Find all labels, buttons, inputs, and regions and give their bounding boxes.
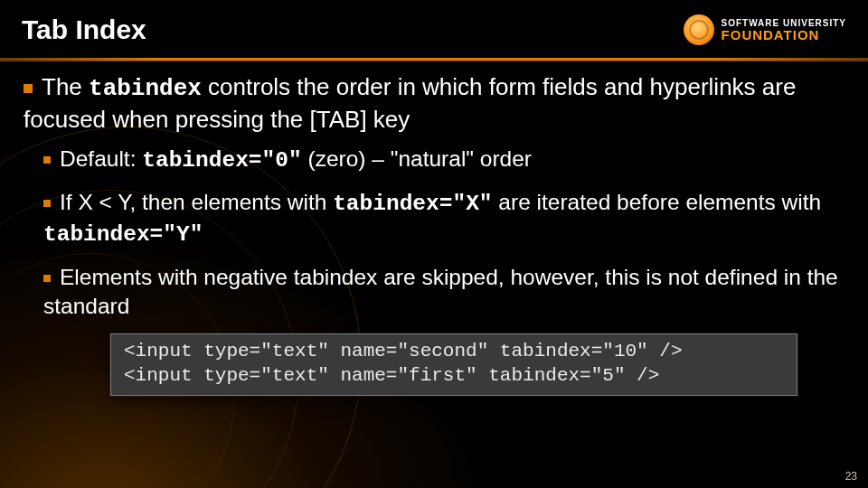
code-example: <input type="text" name="second" tabinde…: [110, 333, 797, 396]
page-number: 23: [845, 470, 857, 483]
sub-bullet-3: Elements with negative tabindex are skip…: [43, 263, 844, 322]
brand-logo: SOFTWARE UNIVERSITY FOUNDATION: [684, 14, 846, 45]
slide-header: Tab Index SOFTWARE UNIVERSITY FOUNDATION: [0, 0, 868, 52]
brand-text: SOFTWARE UNIVERSITY FOUNDATION: [722, 19, 846, 42]
sub-bullet-1: Default: tabindex="0" (zero) – "natural"…: [43, 145, 844, 175]
bullet-icon: [43, 156, 51, 164]
text: Default:: [60, 146, 142, 171]
bullet-1: The tabindex controls the order in which…: [24, 71, 844, 136]
bullet-icon: [24, 84, 33, 93]
text: The: [42, 73, 89, 100]
sub-bullet-2: If X < Y, then elements with tabindex="X…: [43, 188, 844, 250]
bullet-icon: [43, 275, 51, 282]
slide-content: The tabindex controls the order in which…: [0, 61, 868, 396]
lightbulb-icon: [684, 14, 714, 45]
slide-title: Tab Index: [22, 14, 146, 45]
text: (zero) – "natural" order: [302, 146, 532, 171]
code-inline: tabindex="X": [333, 192, 492, 216]
brand-line1: SOFTWARE UNIVERSITY: [722, 19, 846, 28]
code-inline: tabindex: [89, 75, 202, 102]
text: Elements with negative tabindex are skip…: [43, 265, 838, 318]
text: are iterated before elements with: [493, 190, 822, 214]
brand-line2: FOUNDATION: [722, 28, 846, 42]
code-line-2: <input type="text" name="first" tabindex…: [124, 364, 784, 388]
code-line-1: <input type="text" name="second" tabinde…: [124, 340, 784, 363]
code-inline: tabindex="0": [142, 148, 301, 173]
bullet-icon: [43, 200, 51, 207]
text: If X < Y, then elements with: [60, 190, 333, 214]
code-inline: tabindex="Y": [43, 222, 203, 247]
